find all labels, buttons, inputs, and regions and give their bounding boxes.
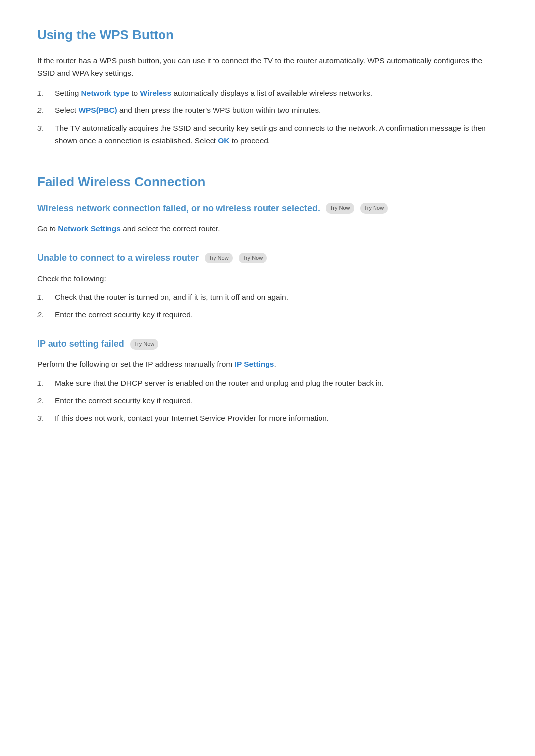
list-number: 2. — [37, 104, 55, 117]
list-text: The TV automatically acquires the SSID a… — [55, 122, 498, 147]
unable-connect-title: Unable to connect to a wireless router T… — [37, 251, 498, 265]
list-number: 3. — [37, 412, 55, 425]
network-type-link: Network type — [81, 89, 129, 97]
try-now-badge-5[interactable]: Try Now — [130, 339, 159, 350]
try-now-badge-2[interactable]: Try Now — [360, 203, 388, 214]
wireless-failed-title: Wireless network connection failed, or n… — [37, 202, 498, 216]
unable-connect-subsection: Unable to connect to a wireless router T… — [37, 251, 498, 321]
ip-auto-title: IP auto setting failed Try Now — [37, 337, 498, 351]
check-following-text: Check the following: — [37, 272, 498, 285]
list-number: 2. — [37, 308, 55, 321]
list-item: 1. Make sure that the DHCP server is ena… — [37, 377, 498, 390]
ok-link: OK — [218, 136, 229, 145]
list-item: 1. Setting Network type to Wireless auto… — [37, 87, 498, 100]
list-item: 2. Enter the correct security key if req… — [37, 308, 498, 321]
list-item: 2. Enter the correct security key if req… — [37, 394, 498, 407]
failed-title: Failed Wireless Connection — [37, 172, 498, 193]
list-number: 2. — [37, 394, 55, 407]
list-text: Check that the router is turned on, and … — [55, 291, 498, 303]
list-text: Enter the correct security key if requir… — [55, 308, 498, 321]
try-now-badge-1[interactable]: Try Now — [326, 203, 354, 214]
list-number: 1. — [37, 87, 55, 100]
wireless-failed-body: Go to Network Settings and select the co… — [37, 222, 498, 235]
wps-intro: If the router has a WPS push button, you… — [37, 54, 498, 80]
list-item: 3. The TV automatically acquires the SSI… — [37, 122, 498, 147]
try-now-badge-4[interactable]: Try Now — [239, 253, 267, 264]
list-text: If this does not work, contact your Inte… — [55, 412, 498, 425]
ip-auto-title-text: IP auto setting failed — [37, 337, 124, 351]
wps-steps-list: 1. Setting Network type to Wireless auto… — [37, 87, 498, 147]
wps-pbc-link: WPS(PBC) — [78, 106, 117, 114]
wireless-failed-title-text: Wireless network connection failed, or n… — [37, 202, 320, 216]
try-now-badge-3[interactable]: Try Now — [205, 253, 233, 264]
list-number: 1. — [37, 377, 55, 390]
failed-section: Failed Wireless Connection Wireless netw… — [37, 172, 498, 424]
list-text: Setting Network type to Wireless automat… — [55, 87, 498, 100]
list-text: Make sure that the DHCP server is enable… — [55, 377, 498, 390]
ip-auto-list: 1. Make sure that the DHCP server is ena… — [37, 377, 498, 425]
wireless-link: Wireless — [140, 89, 171, 97]
unable-connect-list: 1. Check that the router is turned on, a… — [37, 291, 498, 321]
unable-connect-title-text: Unable to connect to a wireless router — [37, 251, 199, 265]
list-item: 3. If this does not work, contact your I… — [37, 412, 498, 425]
wireless-failed-subsection: Wireless network connection failed, or n… — [37, 202, 498, 235]
wps-title: Using the WPS Button — [37, 25, 498, 46]
list-item: 1. Check that the router is turned on, a… — [37, 291, 498, 303]
ip-settings-link: IP Settings — [235, 360, 274, 368]
list-text: Enter the correct security key if requir… — [55, 394, 498, 407]
list-number: 3. — [37, 122, 55, 135]
ip-auto-subsection: IP auto setting failed Try Now Perform t… — [37, 337, 498, 424]
network-settings-link: Network Settings — [58, 224, 121, 233]
list-number: 1. — [37, 291, 55, 303]
ip-auto-body: Perform the following or set the IP addr… — [37, 358, 498, 371]
list-item: 2. Select WPS(PBC) and then press the ro… — [37, 104, 498, 117]
wps-section: Using the WPS Button If the router has a… — [37, 25, 498, 147]
list-text: Select WPS(PBC) and then press the route… — [55, 104, 498, 117]
